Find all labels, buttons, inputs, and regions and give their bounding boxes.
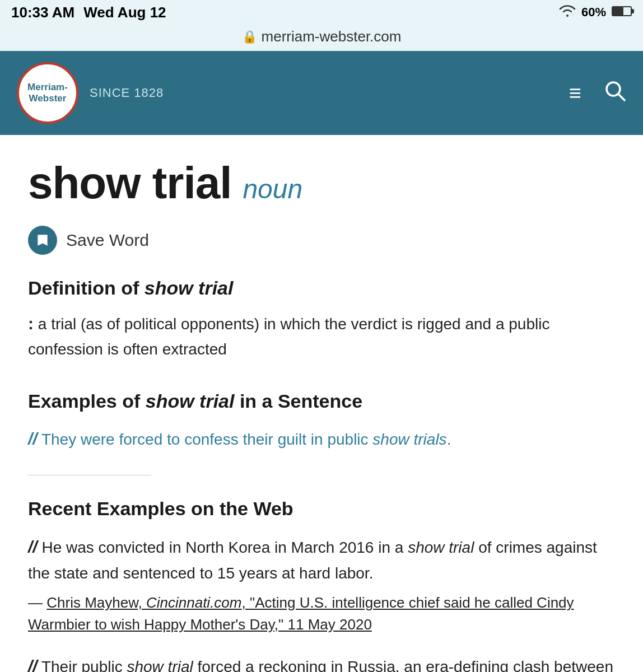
bookmark-icon [28,226,57,255]
recent-slash-2: // [28,657,38,672]
bookmark-svg [35,233,50,248]
time-date-area: 10:33 AM Wed Aug 12 [11,4,166,21]
time-display: 10:33 AM [11,4,74,21]
recent-quote-2: // Their public show trial forced a reck… [28,652,615,672]
header-icons: ≡ [569,80,626,107]
main-content: show trial noun Save Word Definition of … [0,135,643,672]
menu-icon[interactable]: ≡ [569,81,581,105]
definition-text: : a trial (as of political opponents) in… [28,310,615,362]
example-sentence: // They were forced to confess their gui… [28,426,615,452]
attribution-link-1[interactable]: Chris Mayhew, Cincinnati.com, "Acting U.… [28,594,574,633]
recent-examples-section: Recent Examples on the Web // He was con… [28,498,615,672]
status-icons: 60% [559,4,632,20]
definition-colon: : [28,314,34,333]
part-of-speech: noun [243,174,302,204]
word-title: show trial [28,157,231,209]
logo-circle[interactable]: Merriam- Webster [17,62,78,124]
url-display: merriam-webster.com [262,28,402,45]
logo-text: Merriam- Webster [27,82,68,105]
recent-example-1: // He was convicted in North Korea in Ma… [28,533,615,636]
definition-body: a trial (as of political opponents) in w… [28,315,549,358]
search-icon[interactable] [604,80,626,107]
recent-slash-1: // [28,538,38,556]
wifi-icon [559,4,576,20]
battery-percentage: 60% [581,5,606,20]
date-display: Wed Aug 12 [83,4,166,21]
svg-line-1 [618,94,625,100]
recent-example-2: // Their public show trial forced a reck… [28,652,615,672]
battery-icon [612,5,632,20]
save-word-button[interactable]: Save Word [28,226,149,255]
section-divider [28,475,151,475]
logo-area: Merriam- Webster SINCE 1828 [17,62,164,124]
address-bar[interactable]: 🔒 merriam-webster.com [0,25,643,51]
recent-quote-1: // He was convicted in North Korea in Ma… [28,533,615,587]
definition-section: Definition of show trial : a trial (as o… [28,277,615,362]
save-word-label: Save Word [66,231,149,250]
recent-examples-title: Recent Examples on the Web [28,498,615,520]
site-header: Merriam- Webster SINCE 1828 ≡ [0,51,643,135]
lock-icon: 🔒 [242,30,257,44]
recent-attribution-1: — Chris Mayhew, Cincinnati.com, "Acting … [28,592,615,636]
status-bar: 10:33 AM Wed Aug 12 60% [0,0,643,25]
definition-section-title: Definition of show trial [28,277,615,299]
example-slash: // [28,430,38,448]
word-heading: show trial noun [28,157,615,209]
since-text: SINCE 1828 [90,86,164,100]
examples-section: Examples of show trial in a Sentence // … [28,390,615,452]
examples-title: Examples of show trial in a Sentence [28,390,615,412]
